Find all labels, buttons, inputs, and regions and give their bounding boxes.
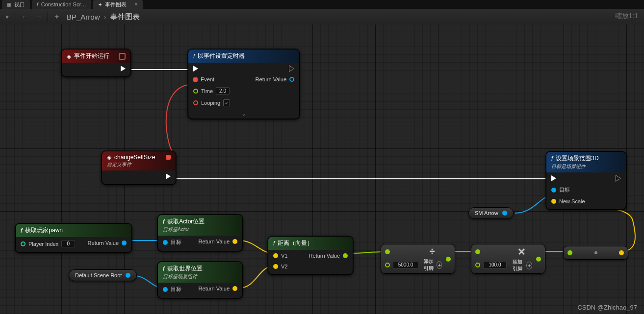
- convert-icon: [594, 251, 597, 254]
- new-scale-pin[interactable]: New Scale: [551, 198, 585, 204]
- node-body: [62, 63, 130, 76]
- function-icon: f: [21, 227, 22, 234]
- exec-out-pin[interactable]: [289, 66, 294, 72]
- dropdown-button[interactable]: ▾: [1, 11, 13, 23]
- addend-input[interactable]: 100.0: [483, 261, 507, 268]
- node-to-vector[interactable]: [563, 246, 628, 260]
- node-title: changeSelfSize: [114, 154, 155, 161]
- nav-forward-button[interactable]: →: [33, 11, 45, 23]
- variable-label: Default Scene Root: [75, 272, 122, 278]
- add-pin-label: 添加引脚: [422, 258, 435, 272]
- exec-in-pin[interactable]: [193, 66, 230, 72]
- add-pin-button[interactable]: 添加引脚+: [422, 258, 442, 272]
- exec-out-pin[interactable]: [166, 173, 171, 179]
- pin-label: Return Value: [199, 286, 230, 291]
- node-add[interactable]: 100.0 ✕ 添加引脚+: [471, 244, 545, 274]
- node-get-world-location[interactable]: f获取世界位置 目标是场景组件 目标 Return Value: [157, 262, 243, 298]
- return-pin[interactable]: Return Value: [256, 76, 294, 82]
- variable-default-scene-root[interactable]: Default Scene Root: [69, 269, 137, 281]
- variable-sm-arrow[interactable]: SM Arrow: [468, 207, 514, 219]
- event-icon: ◈: [67, 53, 71, 60]
- player-index-pin[interactable]: Player Index0: [21, 240, 75, 247]
- close-icon[interactable]: ×: [134, 1, 138, 8]
- node-event-begin-play[interactable]: ◈ 事件开始运行: [61, 49, 131, 77]
- looping-pin[interactable]: Looping✓: [193, 99, 230, 106]
- plus-icon: +: [437, 261, 442, 269]
- pin-label: 目标: [171, 239, 181, 246]
- node-header: f 以事件设置定时器: [188, 49, 299, 63]
- target-pin[interactable]: 目标: [163, 286, 181, 293]
- grid-icon: ▦: [7, 2, 11, 7]
- node-change-self-size[interactable]: ◈ changeSelfSize 自定义事件: [102, 151, 176, 185]
- exec-out-pin[interactable]: [616, 175, 621, 181]
- node-body: [102, 170, 176, 184]
- breadcrumb-asset[interactable]: BP_Arrow: [67, 13, 100, 21]
- expand-button[interactable]: ⌄: [188, 111, 299, 119]
- nav-back-button[interactable]: ←: [19, 11, 31, 23]
- node-set-world-scale[interactable]: f设置场景范围3D 目标是场景组件 目标 New Scale: [546, 151, 626, 210]
- return-pin[interactable]: Return Value: [309, 253, 348, 259]
- tab-construction[interactable]: fConstruction Scr…: [32, 0, 91, 9]
- node-title: 设置场景范围3D: [556, 154, 598, 163]
- exec-in-pin[interactable]: [551, 175, 585, 181]
- node-divide[interactable]: 5000.0 ÷ 添加引脚+: [381, 244, 455, 274]
- target-pin[interactable]: 目标: [551, 186, 585, 193]
- graph-icon[interactable]: ✦: [51, 11, 63, 23]
- node-title: 距离（向量）: [278, 239, 313, 247]
- node-header: f 距离（向量）: [268, 237, 353, 250]
- return-pin[interactable]: Return Value: [88, 240, 127, 246]
- node-get-player-pawn[interactable]: f 获取玩家pawn Player Index0 Return Value: [15, 223, 132, 253]
- time-input[interactable]: 2.0: [216, 87, 230, 95]
- node-set-timer[interactable]: f 以事件设置定时器 Event Time2.0 Looping✓ Return…: [188, 49, 300, 119]
- event-pin[interactable]: Event: [193, 76, 230, 82]
- zoom-label: 缩放1:1: [615, 12, 638, 21]
- pin-label: V2: [281, 264, 287, 269]
- input-a-pin[interactable]: [475, 249, 480, 254]
- input-b-pin[interactable]: 5000.0: [385, 261, 418, 268]
- tab-label: 视口: [14, 1, 25, 8]
- watermark: CSDN @Zhichao_97: [577, 304, 637, 311]
- node-body: 目标 New Scale: [546, 172, 626, 209]
- function-icon: f: [193, 53, 195, 60]
- add-pin-label: 添加引脚: [511, 259, 524, 272]
- node-subtitle: 目标是场景组件: [163, 273, 237, 280]
- node-title: 获取世界位置: [167, 265, 203, 273]
- node-body: V1 V2 Return Value: [268, 250, 353, 274]
- player-index-input[interactable]: 0: [61, 240, 75, 247]
- output-pin[interactable]: [619, 250, 624, 255]
- node-get-actor-location[interactable]: f获取Actor位置 目标是Actor 目标 Return Value: [157, 215, 243, 251]
- looping-checkbox[interactable]: ✓: [223, 99, 230, 106]
- exec-out-pin[interactable]: [121, 66, 126, 72]
- node-header: f获取Actor位置 目标是Actor: [158, 215, 242, 236]
- input-b-pin[interactable]: 100.0: [475, 261, 507, 268]
- node-subtitle: 目标是Actor: [163, 226, 237, 233]
- divisor-input[interactable]: 5000.0: [393, 261, 418, 268]
- input-pin[interactable]: [567, 250, 572, 255]
- node-subtitle: 自定义事件: [107, 161, 171, 168]
- time-pin[interactable]: Time2.0: [193, 87, 230, 95]
- graph-canvas[interactable]: ◈ 事件开始运行 f 以事件设置定时器 Event Time2.0 Loopin…: [0, 24, 644, 314]
- target-pin[interactable]: 目标: [163, 239, 181, 246]
- node-body: 目标 Return Value: [158, 236, 242, 251]
- output-pin[interactable]: [126, 273, 130, 278]
- v1-pin[interactable]: V1: [273, 253, 287, 259]
- breadcrumb-graph[interactable]: 事件图表: [110, 12, 140, 22]
- tab-eventgraph[interactable]: ✦事件图表×: [93, 0, 143, 9]
- output-pin[interactable]: [536, 257, 541, 262]
- v2-pin[interactable]: V2: [273, 264, 287, 269]
- input-a-pin[interactable]: [385, 249, 390, 254]
- pin-label: Player Index: [28, 241, 58, 247]
- output-pin[interactable]: [502, 211, 507, 216]
- function-icon: f: [163, 218, 164, 225]
- function-icon: f: [551, 155, 553, 162]
- node-header: f 获取玩家pawn: [16, 224, 131, 237]
- delegate-pin[interactable]: [166, 155, 171, 160]
- output-pin[interactable]: [446, 257, 451, 262]
- divider: [16, 12, 16, 22]
- return-pin[interactable]: Return Value: [199, 239, 237, 244]
- return-pin[interactable]: Return Value: [199, 286, 237, 291]
- add-pin-button[interactable]: 添加引脚+: [511, 259, 532, 272]
- breakpoint-icon[interactable]: [119, 53, 126, 60]
- node-distance-vector[interactable]: f 距离（向量） V1 V2 Return Value: [268, 236, 353, 275]
- tab-viewport[interactable]: ▦视口: [2, 0, 30, 9]
